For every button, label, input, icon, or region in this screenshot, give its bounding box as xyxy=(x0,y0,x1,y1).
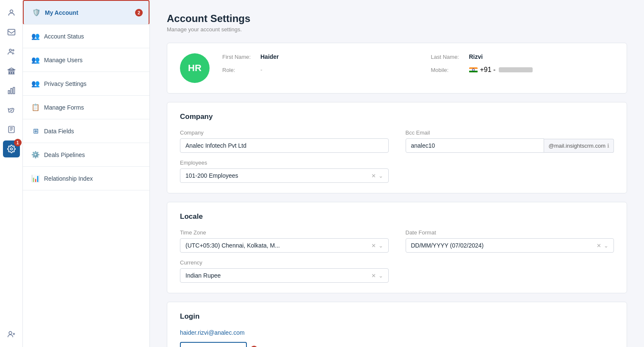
last-name-value: Rizvi xyxy=(469,53,483,60)
my-account-icon: 🛡️ xyxy=(32,8,41,17)
company-name-input[interactable] xyxy=(180,138,389,153)
bcc-email-input[interactable] xyxy=(406,138,544,153)
sidebar-item-label: My Account xyxy=(45,9,78,16)
flag-india xyxy=(469,67,478,73)
employees-select-value: 101-200 Employees xyxy=(185,172,371,179)
login-section-title: Login xyxy=(180,312,614,321)
sidebar-item-label: Data Fields xyxy=(44,128,74,135)
currency-chevron-icon[interactable]: ⌄ xyxy=(379,273,383,279)
svg-rect-8 xyxy=(11,88,12,94)
bcc-email-label: Bcc Email xyxy=(406,129,614,136)
currency-select-value: Indian Rupee xyxy=(185,272,371,279)
settings-badge: 1 xyxy=(14,139,22,146)
sidebar-item-label: Account Status xyxy=(44,33,84,40)
company-section: Company Company Bcc Email @mail.insights… xyxy=(167,102,627,193)
role-field: Role: - xyxy=(222,66,406,74)
date-format-group: Date Format DD/MM/YYYY (07/02/2024) ✕ ⌄ xyxy=(406,229,614,253)
nav-settings-icon[interactable]: 1 xyxy=(3,140,20,157)
manage-forms-icon: 📋 xyxy=(31,103,40,111)
country-code: +91 - xyxy=(480,66,496,74)
company-form-grid: Company Bcc Email @mail.insightscrm.com … xyxy=(180,129,614,183)
svg-rect-9 xyxy=(13,88,14,94)
locale-section: Locale Time Zone (UTC+05:30) Chennai, Ko… xyxy=(167,202,627,293)
timezone-clear-icon[interactable]: ✕ xyxy=(371,242,376,249)
nav-person-icon[interactable] xyxy=(3,4,20,21)
currency-label: Currency xyxy=(180,259,389,266)
account-status-icon: 👥 xyxy=(31,32,40,40)
sidebar-item-manage-users[interactable]: 👥 Manage Users xyxy=(23,48,149,72)
employees-select[interactable]: 101-200 Employees ✕ ⌄ xyxy=(180,168,389,183)
nav-handshake-icon[interactable] xyxy=(3,102,20,118)
mobile-field: Mobile: +91 - xyxy=(431,66,614,74)
timezone-select-controls: ✕ ⌄ xyxy=(371,242,383,249)
my-account-badge: 2 xyxy=(135,9,143,17)
sidebar-item-deals-pipelines[interactable]: ⚙️ Deals Pipelines xyxy=(23,143,149,167)
svg-rect-1 xyxy=(8,29,15,35)
timezone-label: Time Zone xyxy=(180,229,389,236)
date-format-label: Date Format xyxy=(406,229,614,236)
timezone-chevron-icon[interactable]: ⌄ xyxy=(379,242,383,249)
employees-chevron-icon[interactable]: ⌄ xyxy=(379,173,383,179)
mobile-label: Mobile: xyxy=(431,67,465,73)
currency-select-controls: ✕ ⌄ xyxy=(371,273,383,279)
nav-bank-icon[interactable] xyxy=(3,63,20,80)
bcc-row: @mail.insightscrm.com ℹ xyxy=(406,138,614,153)
employees-group: Employees 101-200 Employees ✕ ⌄ xyxy=(180,160,389,183)
sidebar-item-manage-forms[interactable]: 📋 Manage Forms xyxy=(23,96,149,119)
svg-point-12 xyxy=(9,331,12,334)
date-format-clear-icon[interactable]: ✕ xyxy=(597,242,601,249)
change-password-container: Change Password 3 xyxy=(180,342,258,347)
relationship-index-icon: 📊 xyxy=(31,174,40,182)
company-section-title: Company xyxy=(180,113,614,121)
role-value: - xyxy=(260,66,263,73)
svg-point-3 xyxy=(12,50,14,51)
change-password-button[interactable]: Change Password xyxy=(180,342,247,347)
sidebar-item-privacy-settings[interactable]: 👥 Privacy Settings xyxy=(23,72,149,96)
first-name-field: First Name: Haider xyxy=(222,53,406,60)
deals-pipelines-icon: ⚙️ xyxy=(31,151,40,159)
sidebar-item-label: Relationship Index xyxy=(44,175,93,182)
privacy-settings-icon: 👥 xyxy=(31,80,40,88)
svg-point-2 xyxy=(9,49,11,51)
role-label: Role: xyxy=(222,67,256,73)
mobile-value: +91 - xyxy=(469,66,533,74)
nav-contacts-icon[interactable] xyxy=(3,43,20,60)
company-name-group: Company xyxy=(180,129,389,153)
company-name-label: Company xyxy=(180,129,389,136)
icon-sidebar: 1 xyxy=(0,0,23,347)
svg-rect-7 xyxy=(8,91,9,94)
svg-point-0 xyxy=(10,10,13,13)
sidebar-item-relationship-index[interactable]: 📊 Relationship Index xyxy=(23,167,149,190)
sidebar-item-label: Privacy Settings xyxy=(44,80,86,87)
date-format-select-controls: ✕ ⌄ xyxy=(597,242,608,249)
page-subtitle: Manage your account settings. xyxy=(167,26,627,33)
locale-section-title: Locale xyxy=(180,212,614,221)
sidebar-item-account-status[interactable]: 👥 Account Status xyxy=(23,25,149,48)
locale-form-grid: Time Zone (UTC+05:30) Chennai, Kolkata, … xyxy=(180,229,614,283)
svg-point-11 xyxy=(10,148,12,150)
avatar: HR xyxy=(180,53,210,83)
bcc-email-group: Bcc Email @mail.insightscrm.com ℹ xyxy=(406,129,614,153)
date-format-select[interactable]: DD/MM/YYYY (07/02/2024) ✕ ⌄ xyxy=(406,238,614,253)
employees-select-controls: ✕ ⌄ xyxy=(371,173,383,179)
nav-mail-icon[interactable] xyxy=(3,24,20,41)
bcc-info-icon[interactable]: ℹ xyxy=(607,143,609,149)
last-name-label: Last Name: xyxy=(431,54,465,60)
mobile-blurred xyxy=(499,67,533,72)
employees-clear-icon[interactable]: ✕ xyxy=(371,173,376,179)
sidebar-item-label: Deals Pipelines xyxy=(44,151,85,158)
currency-clear-icon[interactable]: ✕ xyxy=(371,273,376,279)
nav-tasks-icon[interactable] xyxy=(3,121,20,138)
bcc-suffix-text: @mail.insightscrm.com xyxy=(548,143,605,149)
sidebar-item-data-fields[interactable]: ⊞ Data Fields xyxy=(23,119,149,143)
bcc-suffix: @mail.insightscrm.com ℹ xyxy=(544,139,614,153)
first-name-label: First Name: xyxy=(222,54,256,60)
sidebar-item-my-account[interactable]: 🛡️ My Account 2 xyxy=(23,0,149,25)
employees-label: Employees xyxy=(180,160,389,166)
currency-select[interactable]: Indian Rupee ✕ ⌄ xyxy=(180,268,389,283)
timezone-select[interactable]: (UTC+05:30) Chennai, Kolkata, M... ✕ ⌄ xyxy=(180,238,389,253)
date-format-chevron-icon[interactable]: ⌄ xyxy=(604,242,608,249)
currency-group: Currency Indian Rupee ✕ ⌄ xyxy=(180,259,389,283)
nav-user-add-icon[interactable] xyxy=(3,326,20,343)
nav-chart-icon[interactable] xyxy=(3,82,20,99)
